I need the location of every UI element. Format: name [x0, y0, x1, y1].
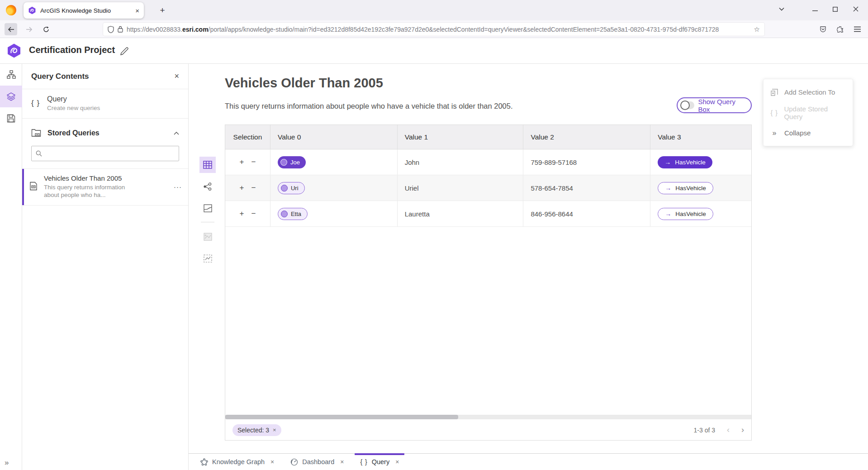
- horizontal-scrollbar[interactable]: [225, 415, 751, 419]
- rail-item-contents[interactable]: [0, 86, 22, 107]
- column-header-value2[interactable]: Value 2: [523, 125, 650, 149]
- stored-queries-title: Stored Queries: [47, 129, 167, 137]
- remove-from-selection-button[interactable]: −: [251, 209, 256, 218]
- entity-pill[interactable]: Uri: [278, 182, 305, 194]
- add-to-selection-button[interactable]: +: [240, 209, 244, 218]
- cell-name[interactable]: John: [398, 149, 524, 175]
- map-icon: [204, 204, 212, 212]
- relationship-pill[interactable]: → HasVehicle: [658, 208, 713, 220]
- braces-icon: { }: [770, 109, 778, 116]
- show-query-box-label: Show Query Box: [698, 98, 745, 113]
- pagination-label: 1-3 of 3: [694, 427, 715, 434]
- cell-phone[interactable]: 846-956-8644: [523, 201, 650, 226]
- selection-map-button[interactable]: [199, 250, 216, 267]
- link-chart-view-button[interactable]: [199, 178, 216, 195]
- stored-query-item[interactable]: Vehicles Older Than 2005 This query retu…: [22, 168, 188, 206]
- stored-queries-header[interactable]: Stored Queries: [22, 119, 188, 142]
- rail-item-data-model[interactable]: [0, 64, 22, 86]
- lock-icon[interactable]: [118, 26, 123, 33]
- column-header-selection[interactable]: Selection: [225, 125, 270, 149]
- next-page-icon[interactable]: ›: [741, 425, 744, 435]
- tab-close-icon[interactable]: ×: [270, 458, 274, 465]
- stored-queries-search[interactable]: [31, 146, 179, 161]
- menu-item-add-selection-to[interactable]: Add Selection To: [764, 82, 853, 102]
- panel-title: Query Contents: [31, 72, 174, 81]
- window-maximize-button[interactable]: [825, 0, 844, 18]
- item-options-icon[interactable]: ···: [174, 183, 182, 191]
- toggle-track[interactable]: [681, 101, 694, 109]
- menu-item-collapse[interactable]: » Collapse: [764, 123, 853, 143]
- menu-label: Update Stored Query: [784, 105, 846, 120]
- expand-rail-button[interactable]: »: [5, 458, 8, 467]
- tab-close-icon[interactable]: ×: [135, 7, 139, 14]
- tab-list-chevron-icon[interactable]: [772, 0, 791, 18]
- window-minimize-button[interactable]: [806, 0, 825, 18]
- panel-close-icon[interactable]: ×: [174, 72, 179, 81]
- query-contents-panel: Query Contents × { } Query Create new qu…: [22, 64, 189, 470]
- tab-close-icon[interactable]: ×: [340, 458, 344, 465]
- table-row[interactable]: + − Joe John 759-889-57168 → HasVehicle: [225, 149, 751, 175]
- extensions-puzzle-icon[interactable]: [834, 23, 846, 35]
- tab-query[interactable]: { } Query ×: [352, 454, 407, 470]
- remove-from-selection-button[interactable]: −: [251, 183, 256, 192]
- braces-icon: { }: [360, 458, 367, 465]
- relationship-pill[interactable]: → HasVehicle: [658, 156, 712, 168]
- edit-pencil-icon[interactable]: [119, 46, 130, 57]
- scrollbar-thumb[interactable]: [225, 415, 458, 419]
- layers-icon: [6, 92, 16, 101]
- new-tab-button[interactable]: +: [157, 5, 168, 16]
- tab-knowledge-graph[interactable]: Knowledge Graph ×: [192, 454, 282, 470]
- column-header-value1[interactable]: Value 1: [398, 125, 524, 149]
- browser-navbar: https://dev0028833.esri.com/portal/apps/…: [0, 20, 868, 38]
- table-row[interactable]: + − Uri Uriel 578-654-7854 → HasVehicle: [225, 175, 751, 201]
- pagination: 1-3 of 3 ‹ ›: [694, 425, 744, 435]
- column-header-value0[interactable]: Value 0: [270, 125, 398, 149]
- entity-label: Etta: [291, 211, 301, 217]
- cell-phone[interactable]: 759-889-57168: [523, 149, 650, 175]
- query-list-item[interactable]: { } Query Create new queries: [22, 89, 188, 119]
- chevron-up-icon[interactable]: [174, 132, 179, 135]
- relationship-label: HasVehicle: [675, 211, 706, 217]
- reload-button[interactable]: [40, 23, 52, 35]
- firefox-icon[interactable]: [6, 5, 16, 15]
- entity-dot-icon: [281, 185, 288, 192]
- browser-tab[interactable]: ArcGIS Knowledge Studio ×: [24, 2, 144, 19]
- toggle-knob[interactable]: [680, 101, 690, 110]
- browser-titlebar: ArcGIS Knowledge Studio × +: [0, 0, 868, 20]
- tab-label: Knowledge Graph: [212, 458, 265, 465]
- add-selection-icon: [770, 88, 779, 96]
- cell-name[interactable]: Lauretta: [398, 201, 524, 226]
- forward-button[interactable]: [23, 23, 35, 35]
- selected-count-chip[interactable]: Selected: 3 ×: [232, 424, 281, 436]
- add-to-selection-button[interactable]: +: [240, 158, 244, 167]
- table-icon: [203, 161, 212, 169]
- back-button[interactable]: [5, 23, 17, 35]
- remove-from-selection-button[interactable]: −: [251, 158, 256, 167]
- menu-item-update-stored-query[interactable]: { } Update Stored Query: [764, 102, 853, 123]
- menu-hamburger-icon[interactable]: [851, 23, 863, 35]
- previous-page-icon[interactable]: ‹: [727, 425, 730, 435]
- tab-dashboard[interactable]: Dashboard ×: [282, 454, 352, 470]
- new-map-button-disabled[interactable]: [199, 229, 216, 245]
- clear-selection-icon[interactable]: ×: [273, 427, 276, 433]
- table-row[interactable]: + − Etta Lauretta 846-956-8644 → HasVehi…: [225, 201, 751, 227]
- show-query-box-toggle[interactable]: Show Query Box: [677, 97, 752, 113]
- rail-item-save[interactable]: [0, 107, 22, 129]
- entity-pill[interactable]: Etta: [278, 208, 308, 220]
- relationship-pill[interactable]: → HasVehicle: [658, 182, 713, 194]
- toolbar-divider: [201, 222, 214, 222]
- table-view-button[interactable]: [199, 157, 216, 173]
- cell-name[interactable]: Uriel: [398, 175, 524, 201]
- app-header: Certification Project ? PL publisher2 la…: [0, 38, 868, 64]
- entity-pill[interactable]: Joe: [278, 156, 306, 168]
- bookmark-star-icon[interactable]: ☆: [754, 25, 760, 34]
- window-close-button[interactable]: [846, 0, 865, 18]
- cell-phone[interactable]: 578-654-7854: [523, 175, 650, 201]
- tab-close-icon[interactable]: ×: [395, 458, 399, 465]
- tracking-shield-icon[interactable]: [108, 26, 114, 33]
- add-to-selection-button[interactable]: +: [240, 183, 244, 192]
- pocket-icon[interactable]: [816, 23, 829, 35]
- url-bar[interactable]: https://dev0028833.esri.com/portal/apps/…: [103, 23, 764, 36]
- map-view-button[interactable]: [199, 200, 216, 216]
- column-header-value3[interactable]: Value 3: [650, 125, 751, 149]
